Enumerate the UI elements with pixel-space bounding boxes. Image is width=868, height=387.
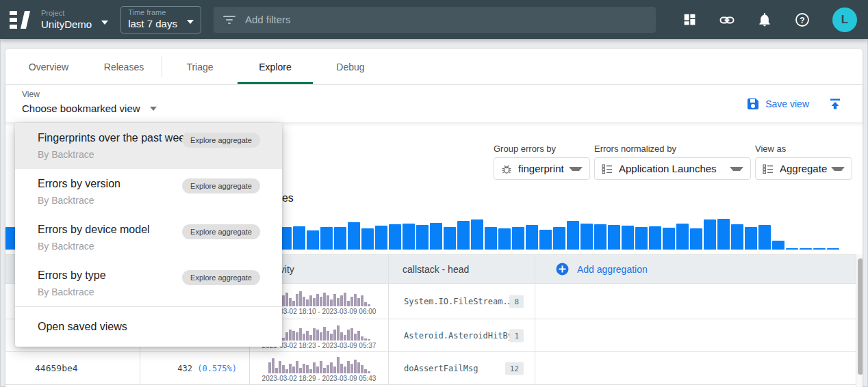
header-callstack-head[interactable]: callstack - head [389, 255, 535, 283]
control-label: Group errors by [494, 144, 590, 154]
open-saved-views-item[interactable]: Open saved views [15, 307, 282, 347]
app-window: Project UnityDemo Time frame last 7 days… [0, 0, 868, 387]
callstack-count-badge: 1 [509, 329, 524, 342]
timeframe-label: Time frame [128, 8, 177, 17]
project-selector[interactable]: Project UnityDemo [41, 9, 108, 31]
link-icon[interactable] [719, 12, 735, 27]
empty-cell [535, 319, 856, 351]
callstack-count-badge: 8 [509, 295, 524, 308]
bookmarked-view-chooser[interactable]: Choose bookmarked view [22, 103, 863, 114]
error-count: 432 [177, 364, 192, 373]
tab-triage[interactable]: Triage [162, 49, 238, 84]
chevron-down-icon [101, 21, 108, 25]
activity-sparkline [268, 356, 370, 373]
notifications-bell-icon[interactable] [757, 12, 772, 27]
chooser-text: Choose bookmarked view [22, 103, 140, 114]
tab-releases[interactable]: Releases [86, 49, 162, 84]
help-icon[interactable]: ? [795, 12, 810, 27]
callstack-count-badge: 12 [505, 362, 524, 375]
view-actions: Save view [747, 85, 842, 123]
explore-aggregate-badge: Explore aggregate [182, 270, 260, 285]
user-avatar[interactable]: L [832, 8, 857, 32]
menu-item-errors-by-device-model[interactable]: Errors by device model By Backtrace Expl… [15, 215, 282, 261]
control-label: View as [755, 144, 852, 154]
callstack-cell: System.IO.FileStream.… 8 [389, 284, 535, 319]
filters-placeholder: Add filters [245, 14, 291, 25]
plus-circle-icon [556, 263, 569, 276]
fingerprint-cell: 44659be4 [5, 352, 140, 384]
svg-text:?: ? [800, 15, 804, 25]
backtrace-logo-icon[interactable] [10, 9, 30, 31]
explore-aggregate-badge: Explore aggregate [182, 178, 260, 194]
normalized-by-control: Errors normalized by Application Launche… [594, 144, 751, 180]
menu-item-subtitle: By Backtrace [38, 239, 260, 253]
add-aggregation-button[interactable]: Add aggregation [535, 263, 648, 276]
menu-item-fingerprints-over-past-week[interactable]: Fingerprints over the past week By Backt… [15, 123, 282, 169]
chevron-down-icon [831, 167, 845, 171]
table-scrollbar-thumb[interactable] [858, 258, 863, 375]
list-icon [763, 163, 774, 174]
group-by-dropdown[interactable]: fingerprint [494, 157, 590, 180]
dashboard-icon[interactable] [682, 12, 697, 27]
callstack-text: doAssertFailMsg [404, 364, 478, 373]
save-icon [747, 98, 759, 110]
project-value: UnityDemo [41, 18, 92, 31]
tab-overview[interactable]: Overview [11, 49, 86, 84]
error-percent: (0.575%) [197, 364, 237, 373]
normalized-by-dropdown[interactable]: Application Launches [594, 157, 751, 180]
menu-item-errors-by-version[interactable]: Errors by version By Backtrace Explore a… [15, 169, 282, 215]
group-by-value: fingerprint [518, 163, 564, 174]
timeframe-value: last 7 days [128, 17, 177, 30]
bookmarked-views-menu: Fingerprints over the past week By Backt… [15, 123, 282, 347]
view-label: View [22, 90, 863, 100]
tab-debug[interactable]: Debug [313, 49, 388, 84]
chevron-down-icon [569, 167, 583, 171]
chevron-down-icon [187, 20, 194, 24]
save-view-button[interactable]: Save view [747, 98, 809, 110]
callstack-text: System.IO.FileStream.… [404, 297, 513, 306]
callstack-cell: doAssertFailMsg 12 [389, 352, 535, 384]
activity-range: 2023-03-02 18:29 - 2023-03-09 05:43 [262, 375, 376, 382]
collapse-top-icon[interactable] [828, 97, 842, 111]
add-filters-input[interactable]: Add filters [214, 7, 656, 33]
project-label: Project [41, 9, 92, 18]
top-navbar: Project UnityDemo Time frame last 7 days… [0, 0, 868, 39]
view-bar: View Choose bookmarked view Save view [5, 85, 863, 123]
activity-cell: 2023-03-02 18:29 - 2023-03-09 05:43 [250, 352, 389, 384]
tab-explore[interactable]: Explore [238, 49, 313, 84]
explore-aggregate-badge: Explore aggregate [182, 224, 260, 239]
activity-sparkline [268, 289, 370, 306]
control-label: Errors normalized by [594, 144, 751, 154]
menu-item-subtitle: By Backtrace [38, 285, 260, 299]
callstack-cell: Asteroid.AsteroidHitBy… 1 [389, 319, 535, 351]
table-scrollbar-track [856, 254, 863, 387]
view-as-value: Aggregate [780, 163, 827, 174]
explore-aggregate-badge: Explore aggregate [182, 133, 260, 148]
filter-icon [223, 15, 235, 25]
normalized-by-value: Application Launches [619, 163, 717, 174]
chevron-down-icon [730, 167, 743, 171]
empty-cell [535, 352, 856, 384]
save-view-label: Save view [765, 98, 809, 109]
timeframe-selector[interactable]: Time frame last 7 days [120, 6, 201, 34]
tab-bar: Overview Releases Triage Explore Debug [5, 49, 863, 85]
add-aggregation-label: Add aggregation [577, 264, 648, 275]
menu-item-subtitle: By Backtrace [38, 148, 260, 161]
group-errors-by-control: Group errors by fingerprint [494, 144, 590, 180]
navbar-icons: ? L [682, 8, 857, 32]
empty-cell [535, 284, 856, 319]
bug-icon [501, 163, 512, 174]
chevron-down-icon [150, 107, 157, 111]
header-add-aggregation: Add aggregation [535, 255, 856, 283]
view-as-control: View as Aggregate [755, 144, 852, 180]
list-icon [602, 163, 613, 174]
view-as-dropdown[interactable]: Aggregate [755, 157, 852, 180]
table-row[interactable]: 44659be4 432 (0.575%) 2023-03-02 18:29 -… [5, 352, 856, 385]
menu-item-subtitle: By Backtrace [38, 194, 260, 207]
activity-sparkline [268, 323, 370, 341]
callstack-text: Asteroid.AsteroidHitBy… [404, 331, 518, 341]
errors-cell: 432 (0.575%) [140, 352, 250, 384]
menu-item-errors-by-type[interactable]: Errors by type By Backtrace Explore aggr… [15, 261, 282, 306]
